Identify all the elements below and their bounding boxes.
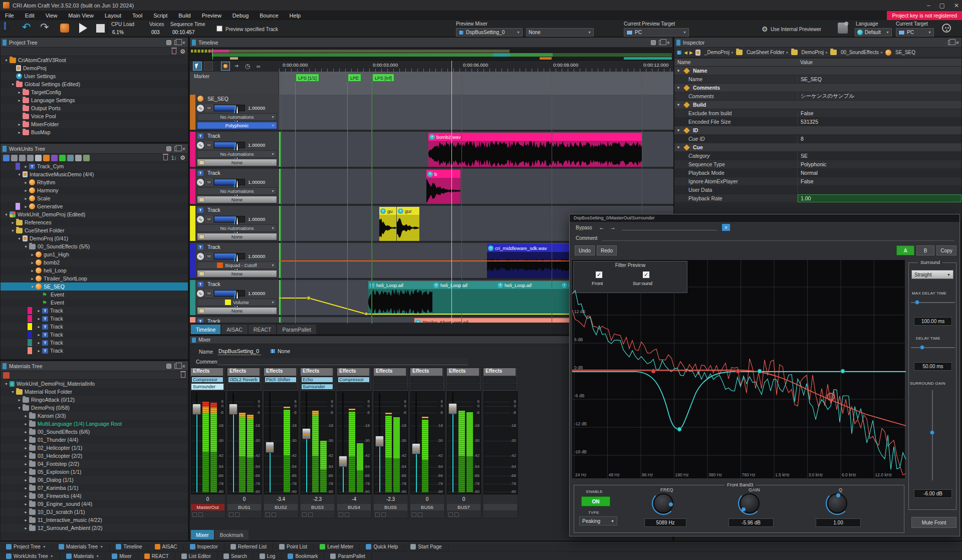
expand-arrow[interactable]: ▸: [30, 260, 35, 265]
workunits-tool-icon-8[interactable]: [67, 155, 74, 161]
inspector-row[interactable]: CategorySE: [674, 152, 961, 160]
expand-arrow[interactable]: ▸: [36, 341, 42, 345]
effect-slot[interactable]: [447, 377, 479, 383]
tab-mixer[interactable]: Mixer: [191, 530, 214, 539]
float-panel-icon[interactable]: [948, 40, 953, 45]
mixer-comment-field[interactable]: [217, 358, 468, 365]
tree-item-ringoattack-0-12-[interactable]: ▸RingoAttack (0/12): [1, 396, 188, 404]
mute-button[interactable]: M: [205, 142, 212, 148]
tree-item-user-settings[interactable]: User Settings: [1, 72, 188, 80]
tree-item-harmony[interactable]: ▸Harmony: [1, 186, 188, 194]
expand-arrow[interactable]: ▾: [17, 172, 22, 177]
status-point-list[interactable]: Point List: [273, 542, 314, 551]
track-header[interactable]: TTrack∿M1.00000No Automations▼None▼: [190, 169, 279, 205]
effect-slot[interactable]: [338, 384, 370, 390]
expand-arrow[interactable]: ▾: [23, 244, 29, 249]
automation-icon[interactable]: ∿: [197, 179, 204, 186]
split-tool-icon[interactable]: [204, 62, 213, 71]
expand-arrow[interactable]: ▸: [23, 502, 29, 506]
volume-slider[interactable]: [214, 179, 245, 185]
tree-item-multilanguage-1-4-language-root[interactable]: ▸MultiLanguage (1/4) Language Root: [1, 420, 188, 428]
timeline-overview[interactable]: [190, 48, 673, 61]
lock-icon[interactable]: [166, 40, 171, 45]
bus-name[interactable]: BUS5: [374, 504, 407, 510]
loop-marker[interactable]: LPE: [348, 74, 361, 82]
audio-clip[interactable]: +heli_Loop.aif: [497, 281, 561, 315]
breadcrumb-item[interactable]: 00_SoundEffects: [841, 50, 879, 55]
expand-arrow[interactable]: ▾: [10, 390, 16, 394]
tree-item-workunit-demoproj-edited-[interactable]: ▾WorkUnit_DemoProj (Edited): [1, 210, 188, 218]
audio-clip[interactable]: +heli_Loop.aif: [368, 281, 432, 315]
next-arrow-icon[interactable]: →: [610, 224, 616, 231]
workunits-tool-icon-2[interactable]: [19, 155, 26, 161]
tree-item-generative[interactable]: ▸Generative: [1, 202, 188, 210]
surround-gain-value[interactable]: -6.00 dB: [914, 489, 952, 498]
automation-icon[interactable]: ∿: [197, 253, 204, 260]
gear-icon[interactable]: ⚙: [180, 154, 185, 161]
effect-slot[interactable]: [374, 384, 406, 390]
tree-item-ttrailer-shortloop[interactable]: ▸Ttrailer_ShortLoop: [1, 274, 188, 283]
property-value[interactable]: SE: [797, 152, 961, 160]
inspector-section[interactable]: ▼ID: [674, 126, 961, 135]
inspector-section[interactable]: ▼Build: [674, 101, 961, 109]
gain-value[interactable]: -5.96 dB: [729, 518, 774, 527]
expand-arrow[interactable]: ▸: [23, 494, 29, 498]
fader-knob[interactable]: [192, 404, 201, 415]
surround-checkbox[interactable]: ✓: [643, 271, 649, 278]
inspector-row[interactable]: User Data: [674, 186, 961, 194]
tree-item-mixerfolder[interactable]: ▸MixerFolder: [1, 120, 188, 128]
property-value[interactable]: 531325: [797, 118, 961, 126]
freq-knob[interactable]: [653, 493, 673, 513]
expand-arrow[interactable]: ▸: [36, 349, 42, 353]
prev-arrow-icon[interactable]: ←: [599, 224, 605, 231]
tree-item-busmap[interactable]: ▸BusMap: [1, 128, 188, 136]
fader-knob[interactable]: [266, 442, 274, 453]
menu-item-build[interactable]: Build: [178, 13, 190, 19]
menu-item-edit[interactable]: Edit: [25, 13, 35, 19]
property-value[interactable]: シーケンスのサンプル: [797, 92, 961, 100]
tree-item-00-soundeffects-5-5-[interactable]: ▾00_SoundEffects (5/5): [1, 242, 188, 250]
trash-icon[interactable]: [181, 373, 185, 378]
status-materials-tree[interactable]: Materials Tree▼: [53, 542, 110, 551]
volume-slider[interactable]: [214, 105, 245, 111]
track-header[interactable]: TTrack∿M1.00000No Automations▼None▼: [190, 206, 279, 242]
expand-arrow[interactable]: ▸: [30, 276, 35, 281]
close-panel-icon[interactable]: ×: [667, 40, 670, 45]
tree-item-event[interactable]: ⚑Event: [1, 291, 188, 299]
tree-item-references[interactable]: ▸References: [1, 218, 188, 226]
mute-button[interactable]: M: [205, 216, 212, 222]
tree-item-06-dialog-1-1-[interactable]: ▸06_Dialog (1/1): [1, 476, 188, 484]
tree-item-10-dj-scratch-1-1-[interactable]: ▸10_DJ_scratch (1/1): [1, 508, 188, 516]
expand-arrow[interactable]: ▸: [23, 422, 29, 426]
expand-arrow[interactable]: ▸: [17, 98, 22, 103]
fader-knob[interactable]: [302, 428, 311, 439]
effect-slot[interactable]: [228, 384, 260, 390]
breadcrumb-item[interactable]: _DemoProj: [704, 50, 730, 55]
expand-arrow[interactable]: ▸: [30, 252, 35, 257]
playback-mode-select[interactable]: None▼: [197, 196, 277, 203]
tab-parampallet[interactable]: ParamPallet: [277, 325, 316, 334]
status-bookmark[interactable]: Bookmark: [282, 551, 324, 560]
mute-button[interactable]: M: [205, 290, 212, 297]
automation-select[interactable]: No Automations▼: [197, 113, 277, 121]
expand-arrow[interactable]: ▸: [23, 204, 29, 209]
inspector-row[interactable]: Playback ModeNormal: [674, 169, 961, 177]
effect-slot[interactable]: Pitch Shifter: [265, 377, 297, 383]
bypass-label[interactable]: Bypass: [576, 225, 592, 230]
stop-button[interactable]: [96, 24, 105, 33]
effect-slot[interactable]: [374, 377, 406, 383]
forward-icon[interactable]: ▶: [689, 50, 693, 55]
mute-button[interactable]: M: [205, 253, 212, 259]
expand-arrow[interactable]: ▸: [23, 188, 29, 193]
effect-slot[interactable]: Echo: [301, 377, 333, 383]
sort-icon[interactable]: 1↕: [171, 155, 177, 161]
volume-slider[interactable]: [214, 290, 245, 297]
expand-arrow[interactable]: ▸: [23, 414, 29, 418]
workunits-tool-icon-5[interactable]: [43, 155, 50, 161]
gear-icon[interactable]: ⚙: [180, 48, 185, 55]
mixer-name-value[interactable]: DspBusSetting_0: [217, 348, 261, 355]
enable-on-button[interactable]: ON: [581, 496, 610, 506]
effect-slot[interactable]: [411, 384, 443, 390]
eq-comment-field[interactable]: [602, 240, 954, 241]
redo-button[interactable]: Redo: [597, 245, 617, 255]
